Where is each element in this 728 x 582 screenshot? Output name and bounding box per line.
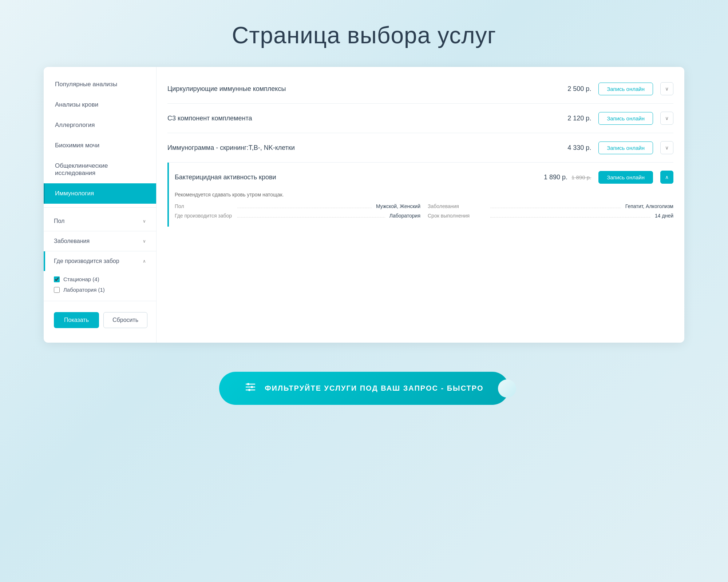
service-name-4: Бактерицидная активность крови: [175, 174, 537, 181]
expand-button-2[interactable]: ∨: [660, 112, 673, 125]
svg-point-3: [247, 383, 249, 385]
meta-row-gender: Пол Мужской, Женский: [175, 203, 420, 209]
service-meta-4: Пол Мужской, Женский Заболевания Гепатит…: [175, 203, 673, 219]
filter-label-diseases: Заболевания: [54, 238, 90, 244]
register-button-3[interactable]: Запись онлайн: [598, 141, 653, 154]
chevron-down-icon-diseases: ∨: [143, 239, 146, 244]
reset-button[interactable]: Сбросить: [103, 312, 147, 328]
sidebar-item-blood[interactable]: Анализы крови: [44, 95, 156, 115]
sidebar-item-clinical[interactable]: Общеклинические исследования: [44, 156, 156, 183]
sidebar-filters: Пол ∨ Заболевания ∨ Где производится заб…: [44, 208, 156, 305]
sidebar: Популярные анализы Анализы крови Аллерго…: [44, 67, 157, 343]
sidebar-item-popular[interactable]: Популярные анализы: [44, 74, 156, 95]
register-button-4[interactable]: Запись онлайн: [598, 171, 653, 184]
checkbox-hospital[interactable]: [54, 276, 60, 282]
service-name-3: Иммунограмма - скрининг:Т,В-, NK-клетки: [167, 144, 551, 152]
meta-value-diseases: Гепатит, Алкоголизм: [625, 203, 673, 209]
service-row-2: С3 компонент комплемента 2 120 р. Запись…: [167, 112, 673, 125]
filter-option-lab[interactable]: Лаборатория (1): [54, 284, 146, 295]
filter-group-gender: Пол ∨: [44, 211, 156, 231]
filter-actions: Показать Сбросить: [44, 305, 156, 335]
meta-label-collection: Где производится забор: [175, 213, 233, 219]
service-item-2: С3 компонент комплемента 2 120 р. Запись…: [167, 104, 673, 133]
banner-text: ФИЛЬТРУЙТЕ УСЛУГИ ПОД ВАШ ЗАПРОС - БЫСТР…: [265, 384, 484, 392]
filter-label-gender: Пол: [54, 218, 64, 224]
sidebar-item-immunology[interactable]: Иммунология: [44, 183, 156, 204]
checkbox-lab[interactable]: [54, 287, 60, 293]
service-item-4: Бактерицидная активность крови 1 890 р. …: [167, 163, 673, 227]
content-area: Циркулирующие иммунные комплексы 2 500 р…: [157, 67, 684, 343]
meta-value-collection: Лаборатория: [389, 213, 420, 219]
meta-value-duration: 14 дней: [655, 213, 673, 219]
checkbox-lab-label: Лаборатория (1): [63, 287, 105, 293]
sidebar-categories: Популярные анализы Анализы крови Аллерго…: [44, 74, 156, 208]
svg-point-5: [248, 389, 250, 391]
meta-dots-diseases: [490, 208, 621, 208]
meta-dots-duration: [490, 217, 650, 218]
chevron-up-icon: ∧: [143, 259, 146, 264]
filter-body-collection: Стационар (4) Лаборатория (1): [44, 271, 156, 301]
meta-label-duration: Срок выполнения: [428, 213, 486, 219]
main-card: Популярные анализы Анализы крови Аллерго…: [44, 67, 684, 343]
filter-header-diseases[interactable]: Заболевания ∨: [44, 231, 156, 251]
filter-header-collection[interactable]: Где производится забор ∧: [44, 251, 156, 271]
filter-icon: [245, 382, 256, 395]
service-item-1: Циркулирующие иммунные комплексы 2 500 р…: [167, 74, 673, 104]
page-title: Страница выбора услуг: [0, 22, 728, 49]
service-detail-4: Рекомендуется сдавать кровь утром натоща…: [175, 188, 673, 219]
show-button[interactable]: Показать: [54, 312, 99, 328]
meta-label-gender: Пол: [175, 203, 233, 209]
bottom-banner: ФИЛЬТРУЙТЕ УСЛУГИ ПОД ВАШ ЗАПРОС - БЫСТР…: [0, 343, 728, 427]
filter-header-gender[interactable]: Пол ∨: [44, 211, 156, 231]
service-description-4: Рекомендуется сдавать кровь утром натоща…: [175, 192, 673, 198]
sidebar-item-biochem[interactable]: Биохимия мочи: [44, 135, 156, 156]
expand-button-4[interactable]: ∧: [660, 171, 673, 184]
register-button-2[interactable]: Запись онлайн: [598, 112, 653, 125]
meta-row-duration: Срок выполнения 14 дней: [428, 213, 673, 219]
service-price-old-4: 1 890 р.: [571, 174, 591, 180]
service-price-1: 2 500 р.: [558, 85, 591, 93]
service-price-3: 4 330 р.: [558, 144, 591, 152]
service-row-4: Бактерицидная активность крови 1 890 р. …: [175, 171, 673, 184]
service-name-1: Циркулирующие иммунные комплексы: [167, 85, 551, 93]
meta-value-gender: Мужской, Женский: [376, 203, 420, 209]
banner-pill[interactable]: ФИЛЬТРУЙТЕ УСЛУГИ ПОД ВАШ ЗАПРОС - БЫСТР…: [219, 372, 509, 405]
register-button-1[interactable]: Запись онлайн: [598, 83, 653, 95]
service-row-3: Иммунограмма - скрининг:Т,В-, NK-клетки …: [167, 141, 673, 154]
filter-option-hospital[interactable]: Стационар (4): [54, 274, 146, 284]
chevron-down-icon: ∨: [143, 219, 146, 224]
meta-row-diseases: Заболевания Гепатит, Алкоголизм: [428, 203, 673, 209]
meta-dots-gender: [237, 208, 372, 208]
expand-button-1[interactable]: ∨: [660, 82, 673, 95]
service-name-2: С3 компонент комплемента: [167, 115, 551, 122]
service-price-4: 1 890 р. 1 890 р.: [544, 174, 591, 181]
filter-group-collection: Где производится забор ∧ Стационар (4) Л…: [44, 251, 156, 301]
svg-point-4: [251, 386, 253, 388]
service-row-1: Циркулирующие иммунные комплексы 2 500 р…: [167, 82, 673, 95]
service-item-3: Иммунограмма - скрининг:Т,В-, NK-клетки …: [167, 133, 673, 163]
service-price-2: 2 120 р.: [558, 115, 591, 122]
expand-button-3[interactable]: ∨: [660, 141, 673, 154]
filter-group-diseases: Заболевания ∨: [44, 231, 156, 251]
meta-dots-collection: [237, 217, 385, 218]
meta-row-collection: Где производится забор Лаборатория: [175, 213, 420, 219]
filter-label-collection: Где производится забор: [54, 258, 119, 264]
sidebar-item-allergy[interactable]: Аллергология: [44, 115, 156, 135]
page-header: Страница выбора услуг: [0, 0, 728, 67]
meta-label-diseases: Заболевания: [428, 203, 486, 209]
checkbox-hospital-label: Стационар (4): [63, 276, 99, 282]
